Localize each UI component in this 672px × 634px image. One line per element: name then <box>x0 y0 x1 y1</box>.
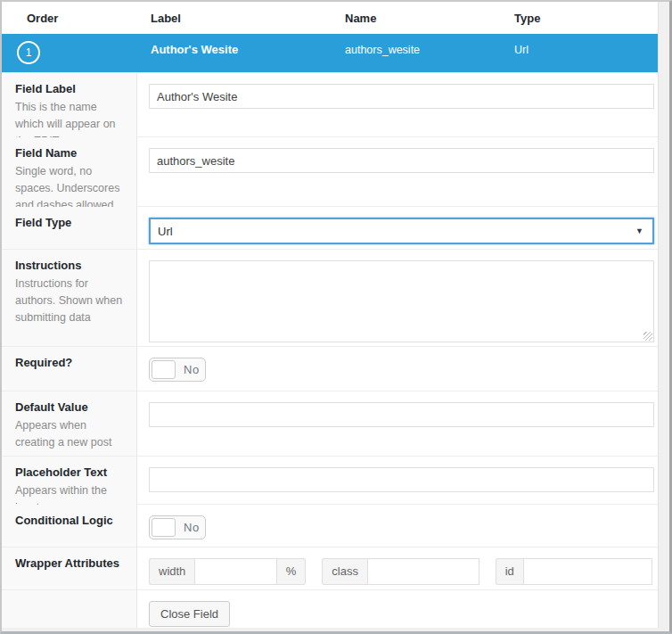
setting-title: Conditional Logic <box>15 514 124 527</box>
column-header-type: Type <box>514 12 658 25</box>
setting-input-cell <box>137 137 658 213</box>
setting-input-cell: width % class id <box>137 548 658 589</box>
placeholder-text-input[interactable] <box>149 467 654 492</box>
setting-input-cell: Url ▼ <box>137 207 658 249</box>
toggle-knob <box>152 518 176 537</box>
setting-description: Appears when creating a new post <box>15 417 124 451</box>
field-name-input[interactable] <box>149 148 654 173</box>
order-cell: 1 <box>2 41 151 64</box>
wrapper-class-group: class <box>322 558 479 585</box>
column-header-name: Name <box>345 12 514 25</box>
setting-row-wrapper-attributes: Wrapper Attributes width % class id <box>2 547 658 589</box>
field-editor-panel: Order Label Name Type 1 Author's Wesite … <box>2 2 659 628</box>
toggle-state-label: No <box>184 521 200 534</box>
width-prefix-label: width <box>149 558 194 585</box>
table-header-row: Order Label Name Type <box>2 2 658 34</box>
chevron-down-icon: ▼ <box>635 226 645 235</box>
required-toggle[interactable]: No <box>149 358 206 382</box>
wrapper-class-input[interactable] <box>367 558 479 585</box>
wrapper-id-group: id <box>496 558 652 585</box>
setting-title: Field Type <box>15 216 124 229</box>
setting-row-field-name: Field Name Single word, no spaces. Under… <box>2 136 658 206</box>
window-frame: Order Label Name Type 1 Author's Wesite … <box>0 0 672 634</box>
id-prefix-label: id <box>496 558 523 585</box>
setting-label-cell <box>2 590 137 628</box>
setting-input-cell: No <box>137 505 658 547</box>
setting-input-cell: No <box>137 347 658 391</box>
setting-title: Default Value <box>15 400 124 414</box>
column-header-order: Order <box>2 12 151 25</box>
active-field-label: Author's Wesite <box>151 41 345 56</box>
field-label-input[interactable] <box>149 84 654 109</box>
setting-label-cell: Instructions Instructions for authors. S… <box>2 250 137 346</box>
field-type-selected-value: Url <box>158 225 635 238</box>
setting-description: Single word, no spaces. Underscores and … <box>15 163 124 213</box>
toggle-knob <box>152 360 176 379</box>
setting-row-field-label: Field Label This is the name which will … <box>2 72 658 136</box>
toggle-state-label: No <box>184 363 200 376</box>
order-number-badge[interactable]: 1 <box>17 41 40 64</box>
default-value-input[interactable] <box>149 402 654 427</box>
setting-title: Wrapper Attributes <box>15 556 124 570</box>
setting-title: Required? <box>15 356 124 369</box>
setting-label-cell: Conditional Logic <box>2 505 137 547</box>
setting-row-required: Required? No <box>2 346 658 391</box>
field-type-select[interactable]: Url ▼ <box>149 218 654 244</box>
class-prefix-label: class <box>322 558 367 585</box>
setting-label-cell: Default Value Appears when creating a ne… <box>2 391 137 456</box>
setting-label-cell: Field Type <box>2 207 137 249</box>
setting-input-cell <box>137 250 658 346</box>
setting-title: Field Name <box>15 146 124 160</box>
active-field-bar[interactable]: 1 Author's Wesite authors_wesite Url <box>2 34 658 72</box>
close-field-row: Close Field <box>2 589 658 628</box>
setting-row-instructions: Instructions Instructions for authors. S… <box>2 249 658 346</box>
wrapper-width-group: width % <box>149 558 306 585</box>
active-field-type: Url <box>514 41 658 56</box>
setting-row-default-value: Default Value Appears when creating a ne… <box>2 391 658 456</box>
percent-suffix-label: % <box>277 558 307 585</box>
wrapper-width-input[interactable] <box>194 558 276 585</box>
instructions-textarea[interactable] <box>149 260 654 342</box>
setting-input-cell: Close Field <box>137 590 658 628</box>
setting-label-cell: Field Name Single word, no spaces. Under… <box>2 137 137 213</box>
setting-title: Field Label <box>15 82 124 95</box>
conditional-logic-toggle[interactable]: No <box>149 515 206 539</box>
setting-label-cell: Wrapper Attributes <box>2 548 137 589</box>
setting-row-placeholder-text: Placeholder Text Appears within the inpu… <box>2 456 658 504</box>
close-field-button[interactable]: Close Field <box>149 601 230 627</box>
wrapper-id-input[interactable] <box>523 558 652 585</box>
setting-input-cell <box>137 391 658 456</box>
setting-label-cell: Required? <box>2 347 137 391</box>
setting-row-conditional-logic: Conditional Logic No <box>2 504 658 547</box>
column-header-label: Label <box>151 12 345 25</box>
active-field-name: authors_wesite <box>345 41 514 56</box>
setting-title: Instructions <box>15 259 124 272</box>
setting-title: Placeholder Text <box>15 465 124 479</box>
setting-description: Instructions for authors. Shown when sub… <box>15 276 124 325</box>
setting-row-field-type: Field Type Url ▼ <box>2 206 658 249</box>
